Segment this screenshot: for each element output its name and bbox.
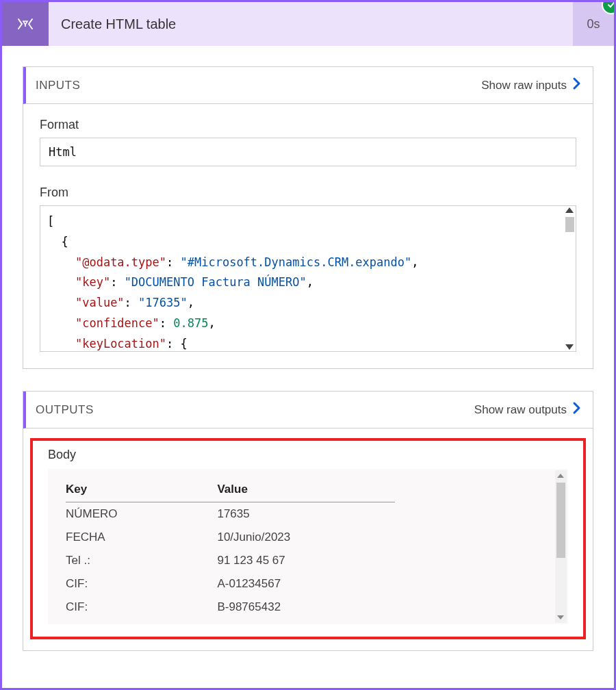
table-row: Tel .:91 123 45 67: [66, 549, 395, 572]
table-row: FECHA10/Junio/2023: [66, 526, 395, 549]
body-label: Body: [48, 448, 568, 462]
scrollbar-track[interactable]: [555, 470, 567, 623]
show-raw-inputs-label: Show raw inputs: [481, 79, 567, 92]
cell-key: Tel .:: [66, 549, 217, 572]
filter-code-icon: [12, 11, 38, 37]
inputs-header: INPUTS Show raw inputs: [23, 67, 593, 104]
cell-value: 10/Junio/2023: [217, 526, 395, 549]
col-value: Value: [217, 478, 395, 502]
scroll-thumb[interactable]: [565, 217, 574, 232]
action-title: Create HTML table: [49, 2, 573, 46]
show-raw-outputs-label: Show raw outputs: [474, 403, 567, 417]
inputs-body: Format Html From [ { "@odata.type": "#Mi…: [23, 104, 593, 368]
chevron-right-icon: [572, 401, 582, 418]
cell-value: B-98765432: [217, 596, 395, 619]
outputs-header: OUTPUTS Show raw outputs: [23, 392, 593, 429]
scroll-down-icon[interactable]: [557, 615, 564, 619]
show-raw-inputs-link[interactable]: Show raw inputs: [481, 77, 582, 94]
scroll-down-icon[interactable]: [565, 344, 574, 350]
inputs-card: INPUTS Show raw inputs Format Html From …: [23, 66, 593, 369]
cell-value: 91 123 45 67: [217, 549, 395, 572]
chevron-right-icon: [572, 77, 582, 94]
check-icon: [606, 0, 616, 10]
inputs-title: INPUTS: [36, 79, 80, 92]
scroll-up-icon[interactable]: [565, 207, 574, 213]
body-table-wrap: Key Value NÚMERO17635FECHA10/Junio/2023T…: [48, 469, 568, 624]
action-icon-box: [2, 2, 49, 46]
scroll-thumb[interactable]: [556, 483, 565, 558]
from-label: From: [40, 186, 576, 200]
cell-key: FECHA: [66, 526, 217, 549]
outputs-body-section: Body Key Value NÚMERO17635FECHA10/Junio/…: [30, 438, 586, 639]
format-value: Html: [40, 138, 576, 166]
scroll-up-icon[interactable]: [557, 474, 564, 478]
cell-key: NÚMERO: [66, 502, 217, 526]
table-row: NÚMERO17635: [66, 502, 395, 526]
cell-value: 17635: [217, 502, 395, 526]
cell-key: CIF:: [66, 572, 217, 596]
content-area: INPUTS Show raw inputs Format Html From …: [2, 46, 614, 665]
table-header-row: Key Value: [66, 478, 395, 502]
col-key: Key: [66, 478, 217, 502]
cell-value: A-01234567: [217, 572, 395, 596]
action-header: Create HTML table 0s: [2, 2, 614, 46]
format-label: Format: [40, 118, 576, 132]
table-row: CIF:A-01234567: [66, 572, 395, 596]
from-json-content: [ { "@odata.type": "#Microsoft.Dynamics.…: [40, 206, 576, 351]
show-raw-outputs-link[interactable]: Show raw outputs: [474, 401, 582, 418]
body-table: Key Value NÚMERO17635FECHA10/Junio/2023T…: [66, 478, 395, 619]
outputs-card: OUTPUTS Show raw outputs Body Key Value: [23, 391, 593, 651]
outputs-title: OUTPUTS: [36, 403, 94, 417]
cell-key: CIF:: [66, 596, 217, 619]
table-row: CIF:B-98765432: [66, 596, 395, 619]
from-json-box: [ { "@odata.type": "#Microsoft.Dynamics.…: [40, 205, 576, 352]
